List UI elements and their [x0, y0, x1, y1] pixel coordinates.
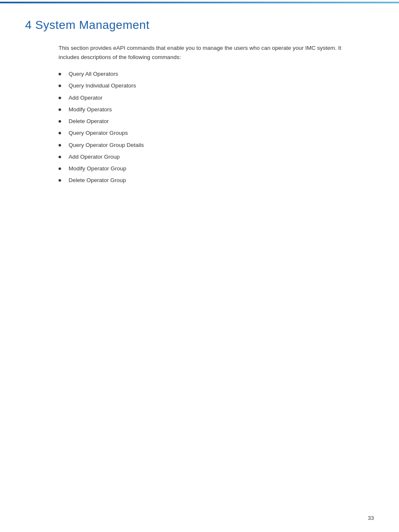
list-item: Add Operator Group: [59, 153, 374, 161]
list-item-label: Delete Operator: [69, 117, 109, 126]
list-item: Query Operator Groups: [59, 129, 374, 137]
chapter-heading: 4 System Management: [25, 18, 374, 32]
intro-paragraph: This section provides eAPI commands that…: [59, 44, 360, 62]
list-item-label: Add Operator Group: [69, 153, 120, 161]
bullet-dot-icon: [59, 167, 61, 170]
chapter-number: 4: [25, 18, 32, 31]
content-area: 4 System Management This section provide…: [0, 2, 399, 205]
list-item-label: Add Operator: [69, 94, 102, 102]
bullet-dot-icon: [59, 132, 61, 134]
list-item-label: Query Operator Group Details: [69, 141, 144, 149]
bullet-dot-icon: [59, 120, 61, 123]
bullet-dot-icon: [59, 73, 61, 75]
top-border-decoration: [0, 2, 399, 3]
list-item-label: Query Operator Groups: [69, 129, 128, 137]
list-item: Query Individual Operators: [59, 82, 374, 90]
list-item: Add Operator: [59, 94, 374, 102]
page-number: 33: [368, 515, 374, 521]
bullet-dot-icon: [59, 156, 61, 158]
list-item: Delete Operator Group: [59, 176, 374, 185]
chapter-title: System Management: [35, 18, 149, 31]
bullet-dot-icon: [59, 85, 61, 87]
bullet-dot-icon: [59, 108, 61, 111]
list-item: Modify Operators: [59, 105, 374, 114]
list-item-label: Query All Operators: [69, 70, 118, 78]
list-item-label: Modify Operators: [69, 105, 112, 114]
list-item-label: Modify Operator Group: [69, 164, 126, 173]
commands-list: Query All OperatorsQuery Individual Oper…: [59, 70, 374, 185]
bullet-dot-icon: [59, 179, 61, 182]
list-item-label: Delete Operator Group: [69, 176, 126, 185]
page-container: 4 System Management This section provide…: [0, 2, 399, 532]
list-item: Query All Operators: [59, 70, 374, 78]
list-item: Query Operator Group Details: [59, 141, 374, 149]
list-item: Delete Operator: [59, 117, 374, 126]
list-item-label: Query Individual Operators: [69, 82, 136, 90]
list-item: Modify Operator Group: [59, 164, 374, 173]
bullet-dot-icon: [59, 97, 61, 99]
bullet-dot-icon: [59, 144, 61, 146]
